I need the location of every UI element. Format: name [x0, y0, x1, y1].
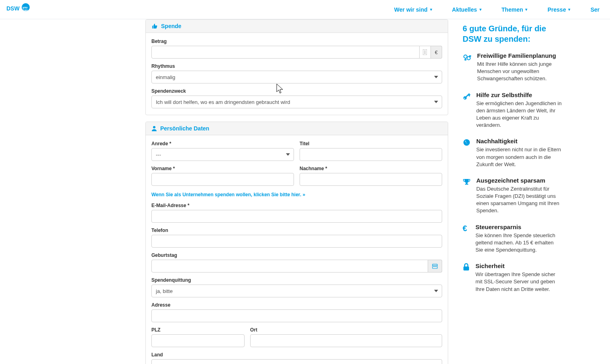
panel-title: Spende: [161, 23, 182, 29]
thumbs-up-icon: [151, 23, 158, 29]
anrede-select[interactable]: ---: [151, 148, 294, 161]
label-plz: PLZ: [151, 327, 245, 333]
reason-title: Sicherheit: [475, 262, 562, 269]
logo-icon: DSW you can: [6, 3, 31, 16]
main-nav: Wer wir sind▾ Aktuelles▾ Themen▾ Presse▾…: [394, 6, 600, 13]
label-titel: Titel: [300, 141, 442, 146]
calendar-icon[interactable]: [428, 260, 442, 272]
panel-personal: Persönliche Daten Anrede * ---: [145, 122, 448, 364]
label-betrag: Betrag: [151, 39, 442, 44]
svg-point-10: [464, 55, 467, 58]
globe-icon: [463, 138, 471, 168]
ort-input[interactable]: [250, 334, 442, 347]
vorname-input[interactable]: [151, 173, 294, 186]
reason-item: € Steuerersparnis Sie können Ihre Spende…: [463, 224, 562, 254]
reason-text: Mit Ihrer Hilfe können sich junge Mensch…: [477, 61, 562, 83]
panel-title: Persönliche Daten: [160, 125, 209, 132]
geburtstag-input[interactable]: [151, 260, 428, 272]
reason-text: Wir übertragen Ihre Spende sicher mit SS…: [475, 271, 562, 293]
label-land: Land: [151, 352, 442, 358]
sidebar-reasons: 6 gute Gründe, für die DSW zu spenden: F…: [463, 19, 562, 364]
trophy-icon: [463, 177, 471, 215]
person-icon: [151, 126, 157, 131]
label-spendenzweck: Spendenzweck: [151, 88, 442, 94]
betrag-input[interactable]: [151, 46, 420, 59]
spendenzweck-select[interactable]: Ich will dort helfen, wo es am dringends…: [151, 96, 442, 108]
rhythmus-select[interactable]: einmalig: [151, 71, 442, 83]
logo[interactable]: DSW you can: [6, 3, 31, 16]
chevron-down-icon: ▾: [479, 7, 481, 12]
land-select[interactable]: Bitte wählen: [151, 359, 442, 364]
chevron-down-icon: ▾: [568, 7, 570, 12]
svg-rect-16: [465, 184, 468, 185]
reason-item: Hilfe zur Selbsthilfe Sie ermöglichen de…: [463, 92, 562, 129]
nav-wer-wir-sind[interactable]: Wer wir sind▾: [394, 6, 432, 13]
reason-title: Nachhaltigkeit: [476, 138, 562, 144]
label-email: E-Mail-Adresse *: [151, 203, 442, 208]
sidebar-title: 6 gute Gründe, für die DSW zu spenden:: [463, 23, 562, 44]
label-nachname: Nachname *: [300, 166, 442, 171]
svg-rect-7: [433, 266, 434, 267]
plz-input[interactable]: [151, 334, 245, 347]
numeric-stepper-icon[interactable]: [420, 46, 431, 59]
reason-item: Ausgezeichnet sparsam Das Deutsche Zentr…: [463, 177, 562, 215]
svg-point-5: [153, 126, 155, 128]
svg-point-13: [464, 98, 465, 98]
lock-icon: [463, 262, 470, 293]
receipt-select[interactable]: ja, bitte: [151, 285, 442, 297]
label-geburtstag: Geburtstag: [151, 252, 442, 258]
reason-title: Steuerersparnis: [475, 224, 562, 230]
reason-item: Sicherheit Wir übertragen Ihre Spende si…: [463, 262, 562, 293]
svg-rect-15: [466, 183, 467, 184]
reason-text: Sie können Ihre Spende steuerlich gelten…: [475, 232, 562, 254]
currency-addon: €: [431, 46, 442, 59]
svg-text:DSW: DSW: [6, 5, 20, 12]
svg-text:€: €: [463, 224, 467, 232]
svg-rect-9: [436, 266, 437, 267]
nav-service[interactable]: Ser: [590, 6, 600, 13]
label-ort: Ort: [250, 327, 442, 333]
svg-rect-8: [435, 266, 435, 267]
nav-themen[interactable]: Themen▾: [502, 6, 528, 13]
label-anrede: Anrede *: [151, 141, 294, 146]
label-telefon: Telefon: [151, 228, 442, 233]
reason-text: Das Deutsche Zentralinstitut für Soziale…: [476, 185, 562, 215]
titel-input[interactable]: [300, 148, 442, 161]
svg-point-14: [463, 139, 470, 146]
email-input[interactable]: [151, 210, 442, 223]
label-rhythmus: Rhythmus: [151, 63, 442, 69]
label-adresse: Adresse: [151, 302, 442, 308]
reason-text: Sie investieren nicht nur in die Eltern …: [476, 146, 562, 168]
reason-text: Sie ermöglichen den Jugendlichen in den …: [476, 100, 562, 129]
label-vorname: Vorname *: [151, 166, 294, 171]
label-receipt: Spendenquittung: [151, 277, 442, 283]
chevron-down-icon: ▾: [525, 7, 527, 12]
nav-presse[interactable]: Presse▾: [547, 6, 570, 13]
reason-item: Nachhaltigkeit Sie investieren nicht nur…: [463, 138, 562, 168]
company-link[interactable]: Wenn Sie als Unternehmen spenden wollen,…: [151, 192, 305, 197]
telefon-input[interactable]: [151, 235, 442, 248]
reason-title: Freiwillige Familienplanung: [477, 52, 562, 59]
reason-item: Freiwillige Familienplanung Mit Ihrer Hi…: [463, 52, 562, 83]
panel-spende: Spende Betrag € Rhythmus: [145, 19, 448, 115]
chevron-down-icon: ▾: [430, 7, 432, 12]
reason-title: Ausgezeichnet sparsam: [476, 177, 562, 184]
nachname-input[interactable]: [300, 173, 442, 186]
reason-title: Hilfe zur Selbsthilfe: [476, 92, 562, 98]
top-header: DSW you can Wer wir sind▾ Aktuelles▾ The…: [0, 0, 610, 19]
euro-icon: €: [463, 224, 470, 254]
gender-icon: [463, 52, 471, 83]
key-icon: [463, 92, 471, 129]
svg-text:can: can: [23, 9, 28, 12]
adresse-input[interactable]: [151, 309, 442, 322]
svg-rect-18: [463, 266, 469, 270]
nav-aktuelles[interactable]: Aktuelles▾: [452, 6, 481, 13]
